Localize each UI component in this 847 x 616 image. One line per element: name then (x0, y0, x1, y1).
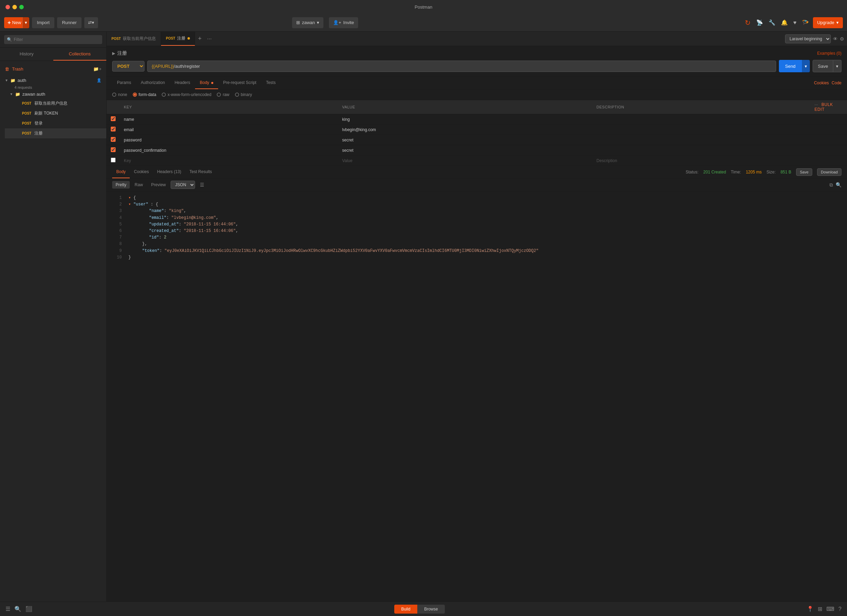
req-tab-pre-request[interactable]: Pre-request Script (218, 77, 261, 89)
search-input[interactable] (4, 35, 102, 44)
build-button[interactable]: Build (394, 605, 417, 614)
row-2-value[interactable]: secret (338, 135, 592, 145)
row-0-checkbox[interactable] (111, 116, 116, 121)
response-tab-body[interactable]: Body (112, 166, 130, 178)
placeholder-key[interactable]: Key (120, 155, 338, 166)
radio-form-data[interactable]: form-data (133, 92, 156, 97)
row-1-desc[interactable] (592, 124, 810, 135)
fmt-pretty-button[interactable]: Pretty (112, 181, 130, 189)
fmt-preview-button[interactable]: Preview (148, 181, 169, 189)
new-button[interactable]: + New ▾ (4, 17, 29, 28)
format-select[interactable]: JSON XML HTML Text (171, 181, 195, 189)
sidebar-toggle-button[interactable]: ☰ (6, 606, 10, 612)
add-tab-button[interactable]: + (195, 35, 204, 42)
tab-collections[interactable]: Collections (53, 48, 107, 61)
invite-button[interactable]: 👤+ Invite (329, 17, 358, 28)
row-2-key[interactable]: password (120, 135, 338, 145)
req-tab-tests[interactable]: Tests (261, 77, 280, 89)
response-tab-cookies[interactable]: Cookies (130, 166, 153, 178)
tab-more-button[interactable]: ··· (204, 36, 214, 42)
req-tab-authorization[interactable]: Authorization (136, 77, 170, 89)
request-item-0[interactable]: POST 获取当前用户信息 (5, 98, 106, 108)
radio-binary[interactable]: binary (235, 92, 252, 97)
help-button[interactable]: ? (838, 606, 841, 612)
radio-none[interactable]: none (112, 92, 127, 97)
keyboard-icon-button[interactable]: ⌨ (826, 606, 834, 612)
search-status-button[interactable]: 🔍 (15, 606, 21, 612)
eye-icon-button[interactable]: 👁 (833, 36, 838, 41)
download-button[interactable]: Download (817, 168, 841, 176)
relay-button[interactable]: ⇄▾ (84, 17, 98, 28)
request-item-1[interactable]: POST 刷新 TOKEN (5, 108, 106, 118)
sub-header-zawan-auth[interactable]: ▼ 📁 zawan auth ··· (5, 90, 106, 98)
upgrade-button[interactable]: Upgrade ▾ (813, 17, 843, 28)
response-save-button[interactable]: Save (796, 168, 812, 176)
heart-button[interactable]: ♥ (792, 18, 798, 27)
row-0-key[interactable]: name (120, 114, 338, 124)
req-tab-body[interactable]: Body (195, 77, 218, 89)
settings-icon-button[interactable]: ⚙ (840, 36, 844, 41)
placeholder-value[interactable]: Value (338, 155, 592, 166)
row-3-checkbox[interactable] (111, 147, 116, 152)
url-input-display[interactable]: {{APIURL}}/auth/register (147, 61, 776, 72)
bell-button[interactable]: 🔔 (779, 18, 789, 27)
environment-select[interactable]: Laravel beginning (785, 34, 831, 43)
new-dropdown-arrow[interactable]: ▾ (22, 17, 29, 28)
wrench-button[interactable]: 🔧 (767, 18, 777, 27)
maximize-button[interactable] (19, 5, 24, 9)
parachute-button[interactable]: 🪂 (801, 18, 810, 27)
import-button[interactable]: Import (32, 17, 55, 28)
row-0-desc[interactable] (592, 114, 810, 124)
req-tab-params[interactable]: Params (112, 77, 136, 89)
satellite-icon-button[interactable]: 📡 (755, 18, 764, 27)
code-link[interactable]: Code (832, 77, 841, 89)
row-1-checkbox[interactable] (111, 127, 116, 131)
copy-icon-button[interactable]: ⧉ (829, 182, 833, 188)
sync-button[interactable]: ↻ (744, 17, 752, 28)
collection-header-auth[interactable]: ▼ 📁 auth 👤 ··· (0, 76, 106, 85)
save-dropdown-button[interactable]: ▾ (833, 60, 841, 72)
fmt-raw-button[interactable]: Raw (131, 181, 146, 189)
search-response-button[interactable]: 🔍 (836, 182, 841, 188)
fmt-wordwrap-button[interactable]: ☰ (196, 181, 208, 189)
table-more-dots[interactable]: ··· (814, 103, 818, 107)
tab-name-1: 注册 (177, 35, 186, 41)
workspace-button[interactable]: ⊞ zawan ▾ (292, 17, 324, 28)
save-button[interactable]: Save (813, 60, 833, 72)
send-button[interactable]: Send (779, 60, 801, 72)
row-1-key[interactable]: email (120, 124, 338, 135)
row-3-desc[interactable] (592, 145, 810, 155)
placeholder-checkbox[interactable] (111, 158, 116, 162)
send-dropdown-button[interactable]: ▾ (801, 60, 810, 72)
tab-history[interactable]: History (0, 48, 53, 61)
row-1-value[interactable]: lvbegin@king.com (338, 124, 592, 135)
req-tab-headers[interactable]: Headers (170, 77, 195, 89)
tab-method-0: POST (111, 37, 121, 41)
cookies-link[interactable]: Cookies (814, 77, 829, 89)
radio-raw[interactable]: raw (217, 92, 229, 97)
row-2-desc[interactable] (592, 135, 810, 145)
row-2-checkbox[interactable] (111, 137, 116, 142)
console-button[interactable]: ⬛ (25, 606, 32, 612)
response-tab-test-results[interactable]: Test Results (186, 166, 216, 178)
browse-button[interactable]: Browse (417, 605, 445, 614)
trash-row[interactable]: 🗑 Trash 📁+ (0, 64, 106, 74)
radio-urlencoded[interactable]: x-www-form-urlencoded (162, 92, 211, 97)
new-folder-icon[interactable]: 📁+ (93, 66, 102, 72)
close-button[interactable] (6, 5, 10, 9)
layout-icon-button[interactable]: ⊞ (818, 606, 822, 612)
response-tab-headers[interactable]: Headers (13) (153, 166, 186, 178)
request-item-2[interactable]: POST 登录 (5, 118, 106, 129)
location-icon-button[interactable]: 📍 (807, 606, 814, 612)
row-0-value[interactable]: king (338, 114, 592, 124)
runner-button[interactable]: Runner (57, 17, 81, 28)
method-select[interactable]: POST GET PUT DELETE PATCH (112, 61, 145, 72)
row-3-key[interactable]: password_confirmation (120, 145, 338, 155)
placeholder-desc[interactable]: Description (592, 155, 810, 166)
request-item-3[interactable]: POST 注册 (5, 129, 106, 138)
minimize-button[interactable] (12, 5, 17, 9)
tab-request-1[interactable]: POST 注册 (161, 32, 195, 46)
row-3-value[interactable]: secret (338, 145, 592, 155)
examples-button[interactable]: Examples (0) (817, 51, 841, 56)
tab-request-0[interactable]: POST 获取当前用户信息 (107, 32, 161, 46)
